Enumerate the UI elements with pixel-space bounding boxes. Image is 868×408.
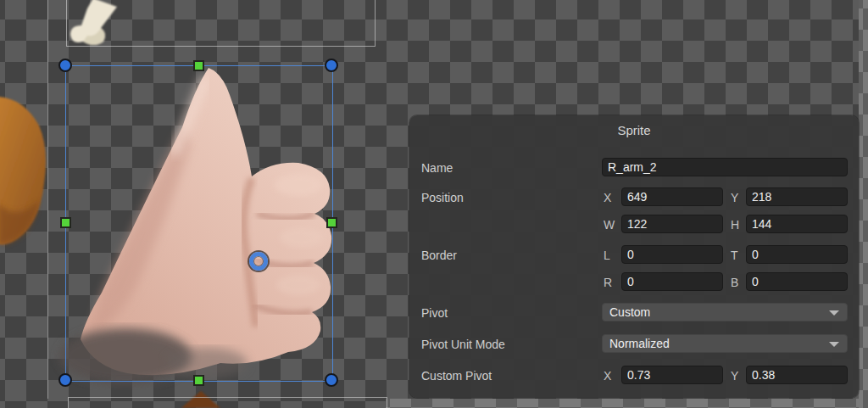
sprite-panel: Sprite Name Position X Y W H Border L T	[409, 115, 859, 398]
position-h-label: H	[731, 215, 739, 235]
sprite-rect-outline-bottom[interactable]	[68, 397, 387, 408]
edge-handle-right[interactable]	[326, 217, 337, 228]
pivot-handle[interactable]	[249, 252, 268, 271]
pivot-unit-mode-label: Pivot Unit Mode	[421, 334, 505, 355]
sprite-rect-outline-left[interactable]	[47, 0, 48, 399]
pivot-dropdown-value: Custom	[609, 304, 650, 321]
corner-handle-top-left[interactable]	[58, 59, 72, 72]
pivot-label: Pivot	[421, 303, 448, 323]
border-label: Border	[421, 245, 457, 265]
custom-pivot-y-label: Y	[731, 366, 738, 386]
border-b-input[interactable]	[746, 272, 848, 291]
position-x-input[interactable]	[621, 187, 723, 206]
custom-pivot-x-label: X	[604, 366, 611, 386]
edge-handle-left[interactable]	[60, 217, 71, 228]
border-t-label: T	[731, 245, 738, 265]
sprite-rect-outline-top[interactable]	[66, 0, 376, 47]
corner-handle-bottom-right[interactable]	[325, 373, 338, 387]
position-w-input[interactable]	[621, 215, 723, 233]
chevron-down-icon	[829, 342, 839, 347]
position-x-label: X	[604, 187, 611, 208]
position-y-label: Y	[731, 187, 738, 208]
position-label: Position	[421, 187, 464, 208]
custom-pivot-label: Custom Pivot	[421, 366, 492, 386]
border-r-label: R	[604, 272, 612, 293]
corner-handle-bottom-left[interactable]	[58, 373, 72, 387]
chevron-down-icon	[829, 310, 839, 316]
border-l-input[interactable]	[621, 245, 723, 264]
selected-sprite-rect[interactable]	[65, 65, 333, 382]
custom-pivot-x-input[interactable]	[621, 366, 723, 384]
pivot-unit-mode-dropdown[interactable]: Normalized	[602, 334, 848, 353]
name-input[interactable]	[602, 158, 848, 176]
pivot-unit-mode-dropdown-value: Normalized	[609, 335, 670, 352]
panel-title: Sprite	[409, 123, 859, 137]
position-y-input[interactable]	[746, 187, 848, 206]
border-r-input[interactable]	[621, 272, 723, 291]
sprite-editor-canvas: Sprite Name Position X Y W H Border L T	[0, 0, 868, 408]
corner-handle-top-right[interactable]	[325, 59, 338, 72]
edge-handle-top[interactable]	[193, 60, 204, 71]
border-b-label: B	[731, 272, 738, 293]
pivot-dropdown[interactable]: Custom	[602, 303, 848, 321]
edge-handle-bottom[interactable]	[193, 375, 204, 386]
border-l-label: L	[604, 245, 610, 265]
position-h-input[interactable]	[746, 215, 848, 233]
position-w-label: W	[604, 215, 615, 235]
border-t-input[interactable]	[746, 245, 848, 264]
custom-pivot-y-input[interactable]	[746, 366, 848, 384]
name-label: Name	[421, 158, 453, 178]
